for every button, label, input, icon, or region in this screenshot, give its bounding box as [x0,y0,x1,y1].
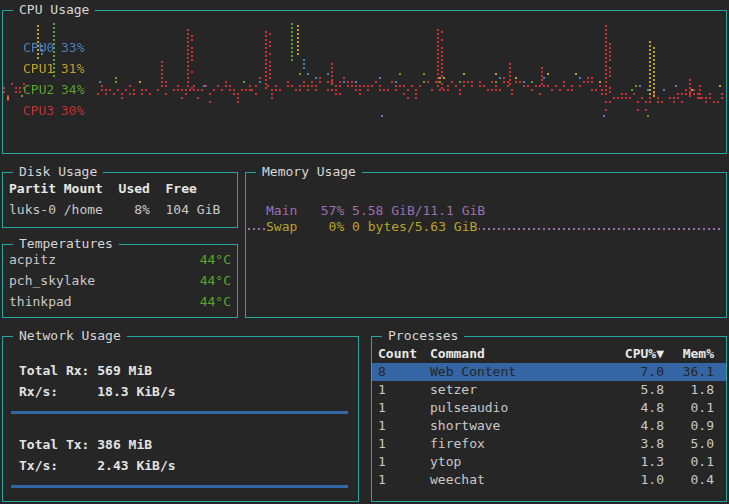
cpu1-label: CPU1 [23,61,61,76]
process-command: shortwave [430,417,606,435]
process-count: 1 [378,381,430,399]
process-count: 1 [378,417,430,435]
process-row-setzer[interactable]: 1 setzer 5.8 1.8 [372,381,726,399]
process-mem: 0.9 [664,417,714,435]
network-panel-title: Network Usage [13,328,127,344]
process-cpu: 5.8 [606,381,664,399]
network-total-rx: Total Rx: 569 MiB [19,363,152,378]
process-cpu: 4.8 [606,417,664,435]
memory-main-stats: Main 57% 5.58 GiB/11.1 GiB [266,203,485,218]
network-rx-rate: Rx/s: 18.3 KiB/s [19,384,176,399]
memory-swap-stats: Swap 0% 0 bytes/5.63 GiB [266,219,479,234]
process-cpu: 1.3 [606,453,664,471]
processes-panel-title: Processes [382,328,464,344]
temp-value: 44°C [200,273,231,288]
header-command[interactable]: Command [430,345,606,363]
process-cpu: 7.0 [606,363,664,381]
temperatures-panel[interactable]: Temperatures acpitz44°C pch_skylake44°C … [2,244,238,318]
cpu0-percent: 33% [61,40,84,55]
temp-sensor-name: thinkpad [9,294,72,309]
cpu1-percent: 31% [61,61,84,76]
cpu0-legend: CPU033% [23,40,84,55]
disk-usage-panel[interactable]: Disk Usage Partit Mount Used Free luks-0… [2,172,238,228]
process-count: 1 [378,471,430,489]
process-row-pulseaudio[interactable]: 1 pulseaudio 4.8 0.1 [372,399,726,417]
process-command: firefox [430,435,606,453]
process-mem: 1.8 [664,381,714,399]
process-command: ytop [430,453,606,471]
process-cpu: 4.8 [606,399,664,417]
temp-row: acpitz44°C [9,252,231,267]
cpu-usage-graph [3,11,726,153]
cpu2-legend: CPU234% [23,82,84,97]
process-mem: 5.0 [664,435,714,453]
temp-sensor-name: acpitz [9,252,56,267]
process-row-web-content[interactable]: 8 Web Content 7.0 36.1 [372,363,726,381]
memory-panel-title: Memory Usage [256,164,362,180]
process-mem: 36.1 [664,363,714,381]
header-count[interactable]: Count [378,345,430,363]
network-tx-rate: Tx/s: 2.43 KiB/s [19,458,176,473]
cpu2-percent: 34% [61,82,84,97]
process-row-firefox[interactable]: 1 firefox 3.8 5.0 [372,435,726,453]
temp-row: pch_skylake44°C [9,273,231,288]
network-usage-panel[interactable]: Network Usage Total Rx: 569 MiB Rx/s: 18… [2,336,359,502]
process-row-weechat[interactable]: 1 weechat 1.0 0.4 [372,471,726,489]
process-rows: 8 Web Content 7.0 36.1 1 setzer 5.8 1.8 … [372,363,726,489]
disk-table-row: luks-0 /home 8% 104 GiB [9,202,220,217]
temp-value: 44°C [200,252,231,267]
header-cpu-sort[interactable]: CPU%▼ [606,345,664,363]
temp-sensor-name: pch_skylake [9,273,95,288]
process-row-ytop[interactable]: 1 ytop 1.3 0.1 [372,453,726,471]
process-mem: 0.1 [664,399,714,417]
network-tx-graph-line [11,485,348,488]
temp-row: thinkpad44°C [9,294,231,309]
process-table-header: Count Command CPU%▼ Mem% [372,345,726,363]
network-rx-graph-line [11,411,348,414]
process-command: Web Content [430,363,606,381]
disk-table-header: Partit Mount Used Free [9,181,197,196]
processes-panel[interactable]: Processes Count Command CPU%▼ Mem% 8 Web… [371,336,727,502]
disk-panel-title: Disk Usage [13,164,103,180]
process-row-shortwave[interactable]: 1 shortwave 4.8 0.9 [372,417,726,435]
memory-usage-panel[interactable]: Memory Usage Main 57% 5.58 GiB/11.1 GiB … [245,172,727,318]
cpu-usage-panel[interactable]: CPU Usage CPU033% CPU131% CPU234% CPU330… [2,10,727,154]
process-cpu: 3.8 [606,435,664,453]
process-command: weechat [430,471,606,489]
ytop-system-monitor: CPU Usage CPU033% CPU131% CPU234% CPU330… [0,0,729,504]
process-count: 1 [378,399,430,417]
cpu2-label: CPU2 [23,82,61,97]
network-total-tx: Total Tx: 386 MiB [19,437,152,452]
process-command: setzer [430,381,606,399]
cpu1-legend: CPU131% [23,61,84,76]
temps-panel-title: Temperatures [13,236,119,252]
process-mem: 0.1 [664,453,714,471]
process-count: 8 [378,363,430,381]
process-count: 1 [378,453,430,471]
process-cpu: 1.0 [606,471,664,489]
cpu0-label: CPU0 [23,40,61,55]
process-mem: 0.4 [664,471,714,489]
header-mem[interactable]: Mem% [664,345,714,363]
temp-value: 44°C [200,294,231,309]
cpu3-legend: CPU330% [23,103,84,118]
process-count: 1 [378,435,430,453]
cpu3-label: CPU3 [23,103,61,118]
cpu3-percent: 30% [61,103,84,118]
process-command: pulseaudio [430,399,606,417]
